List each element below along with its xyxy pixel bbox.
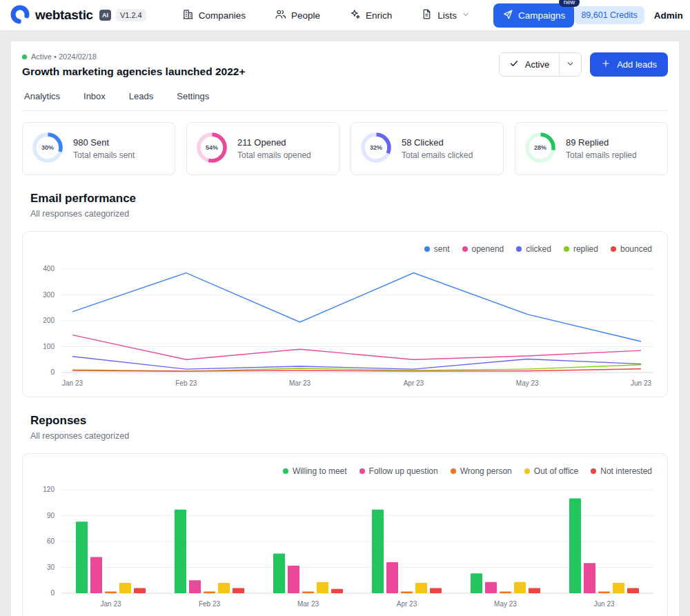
- svg-text:120: 120: [43, 486, 55, 493]
- nav-label: Lists: [437, 10, 457, 21]
- legend-dot-icon: [564, 246, 569, 252]
- plus-icon: [601, 59, 611, 70]
- svg-text:Jun 23: Jun 23: [593, 600, 614, 608]
- svg-text:Mar 23: Mar 23: [289, 379, 311, 387]
- svg-text:Jan 23: Jan 23: [100, 600, 121, 608]
- line-chart-card: sent openend clicked replied bounced 010…: [22, 231, 668, 397]
- stats-row: 30% 980 Sent Total emails sent 54% 211 O…: [22, 122, 668, 175]
- stat-caption: Total emails opened: [237, 150, 311, 160]
- legend-dot-icon: [611, 246, 616, 252]
- donut-chart-clicked: 32%: [359, 131, 393, 166]
- status-text: Active • 2024/02/18: [31, 52, 97, 61]
- document-icon: [421, 8, 433, 22]
- nav-label: Campaigns: [518, 10, 565, 21]
- section-responses: Reponses All responses categorized: [30, 414, 668, 441]
- version-badge: V1.2.4: [116, 9, 146, 21]
- donut-chart-sent: 30%: [31, 131, 64, 166]
- svg-text:Mar 23: Mar 23: [297, 600, 319, 608]
- stat-card-replied: 28% 89 Replied Total emails replied: [515, 122, 668, 175]
- section-subtitle: All responses categorized: [30, 431, 668, 441]
- svg-text:300: 300: [43, 291, 55, 299]
- main-panel: Active • 2024/02/18 Growth marketing age…: [11, 41, 679, 616]
- svg-text:400: 400: [43, 265, 55, 272]
- nav-label: Companies: [199, 10, 246, 21]
- check-icon: [509, 59, 519, 70]
- navbar: webtastic AI V1.2.4 Companies People Enr…: [0, 0, 690, 31]
- legend-dot-icon: [516, 246, 522, 252]
- svg-text:Feb 23: Feb 23: [199, 600, 221, 608]
- stat-value: 58 Clicked: [402, 137, 473, 148]
- stat-caption: Total emails sent: [73, 150, 135, 160]
- nav-label: People: [291, 10, 320, 21]
- tab-settings[interactable]: Settings: [177, 91, 209, 101]
- campaign-status: Active • 2024/02/18: [22, 52, 245, 61]
- tab-bar: Analytics Inbox Leads Settings: [22, 91, 668, 111]
- legend-item-openend[interactable]: openend: [462, 244, 504, 254]
- svg-text:Jan 23: Jan 23: [62, 379, 83, 387]
- chevron-down-icon: [462, 10, 470, 21]
- tab-analytics[interactable]: Analytics: [24, 91, 60, 101]
- people-icon: [275, 8, 286, 22]
- nav-item-campaigns[interactable]: new Campaigns: [493, 3, 574, 28]
- section-title: Reponses: [30, 414, 668, 428]
- active-button[interactable]: Active: [500, 53, 559, 76]
- svg-text:32%: 32%: [370, 144, 382, 151]
- legend-item-out-of-office[interactable]: Out of office: [524, 466, 578, 476]
- line-chart-legend: sent openend clicked replied bounced: [34, 243, 656, 254]
- section-email-performance: Email performance All responses categori…: [30, 192, 668, 219]
- brand[interactable]: webtastic AI V1.2.4: [10, 4, 146, 27]
- svg-text:0: 0: [50, 589, 55, 597]
- ai-badge: AI: [99, 10, 111, 21]
- nav-item-people[interactable]: People: [269, 3, 326, 27]
- svg-text:60: 60: [47, 537, 55, 545]
- credits-badge[interactable]: 89,601 Credits: [574, 6, 644, 24]
- legend-item-wrong-person[interactable]: Wrong person: [451, 466, 512, 476]
- stat-card-opened: 54% 211 Opened Total emails opened: [186, 122, 339, 175]
- donut-chart-opened: 54%: [195, 131, 228, 166]
- svg-text:May 23: May 23: [516, 379, 539, 387]
- legend-item-bounced[interactable]: bounced: [611, 244, 652, 254]
- stat-value: 89 Replied: [566, 137, 637, 148]
- svg-text:30%: 30%: [41, 144, 54, 151]
- stat-card-sent: 30% 980 Sent Total emails sent: [22, 122, 175, 175]
- page-header: Active • 2024/02/18 Growth marketing age…: [22, 52, 668, 78]
- legend-item-replied[interactable]: replied: [564, 244, 598, 254]
- svg-text:90: 90: [47, 512, 55, 519]
- section-title: Email performance: [30, 192, 668, 206]
- chevron-down-icon: [566, 59, 575, 70]
- main-nav: Companies People Enrich Lists new Campai…: [177, 3, 575, 28]
- svg-text:May 23: May 23: [494, 600, 517, 608]
- legend-item-sent[interactable]: sent: [424, 244, 450, 254]
- svg-text:Jun 23: Jun 23: [631, 379, 651, 387]
- svg-text:Apr 23: Apr 23: [397, 600, 417, 608]
- line-chart: 0100200300400Jan 23Feb 23Mar 23Apr 23May…: [34, 261, 656, 393]
- legend-item-willing-to-meet[interactable]: Willing to meet: [283, 466, 347, 476]
- nav-item-lists[interactable]: Lists: [415, 3, 475, 27]
- brand-name: webtastic: [35, 8, 93, 23]
- stat-value: 211 Opened: [237, 137, 311, 148]
- status-dot-icon: [22, 54, 27, 59]
- donut-chart-replied: 28%: [524, 131, 557, 166]
- bar-chart: 0306090120Jan 23Feb 23Mar 23Apr 23May 23…: [34, 483, 656, 615]
- stat-caption: Total emails replied: [566, 150, 637, 160]
- header-actions: Active Add leads: [499, 52, 668, 77]
- add-leads-button[interactable]: Add leads: [590, 52, 668, 77]
- legend-item-follow-up-question[interactable]: Follow up question: [359, 466, 438, 476]
- legend-item-not-interested[interactable]: Not interested: [591, 466, 652, 476]
- tab-inbox[interactable]: Inbox: [83, 91, 106, 101]
- legend-item-clicked[interactable]: clicked: [516, 244, 551, 254]
- nav-item-companies[interactable]: Companies: [177, 3, 251, 27]
- svg-text:30: 30: [47, 564, 55, 571]
- legend-dot-icon: [424, 246, 430, 252]
- navbar-right: 89,601 Credits Admin AW: [574, 6, 690, 25]
- page-title: Growth marketing agencies launched 2022+: [22, 66, 245, 78]
- building-icon: [182, 8, 194, 22]
- svg-text:Feb 23: Feb 23: [175, 379, 197, 387]
- legend-dot-icon: [591, 468, 596, 474]
- tab-leads[interactable]: Leads: [129, 91, 153, 101]
- legend-dot-icon: [524, 468, 530, 474]
- active-dropdown-button[interactable]: [559, 53, 581, 76]
- new-badge: new: [559, 0, 580, 7]
- stat-value: 980 Sent: [73, 137, 135, 148]
- nav-item-enrich[interactable]: Enrich: [344, 3, 397, 27]
